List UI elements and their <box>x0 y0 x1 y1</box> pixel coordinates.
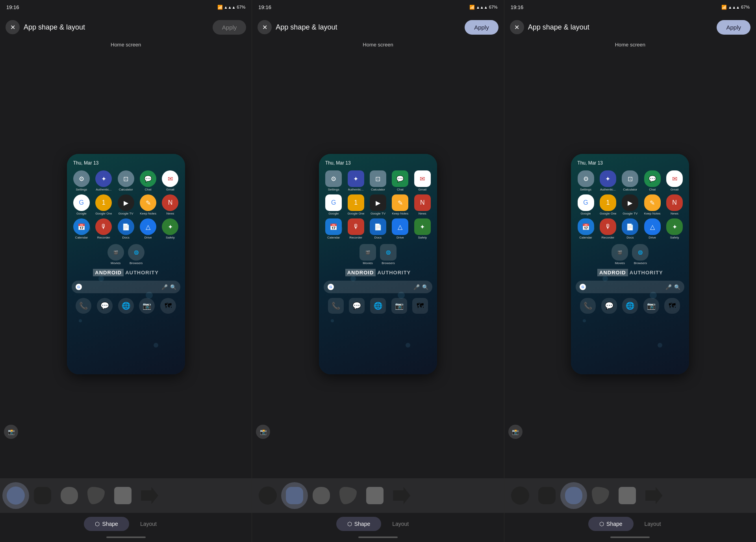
search-lens-icon[interactable]: 🔍 <box>422 284 428 290</box>
app-icon-wrap[interactable]: GGoogle <box>576 194 595 215</box>
app-icon-wrap[interactable]: △Drive <box>390 218 410 239</box>
shape-option-arrow[interactable] <box>390 484 413 507</box>
app-icon-wrap[interactable]: ⊡Calculator <box>620 170 640 191</box>
shape-option-circle[interactable] <box>4 484 28 507</box>
app-icon-wrap[interactable]: 📄Docs <box>368 218 388 239</box>
search-mic-icon[interactable]: 🎤 <box>665 284 672 290</box>
shape-option-circle[interactable] <box>508 484 532 507</box>
app-icon-wrap[interactable]: 1Google One <box>346 194 365 215</box>
movies-folder[interactable]: 🎬 <box>611 244 628 261</box>
app-icon-wrap[interactable]: ✦Safety <box>413 218 432 239</box>
search-bar[interactable]: G 🎤 🔍 <box>576 281 684 293</box>
app-icon-wrap[interactable]: △Drive <box>643 218 662 239</box>
tab-layout[interactable]: Layout <box>381 517 420 531</box>
app-icon-wrap[interactable]: ▶Google TV <box>368 194 388 215</box>
tab-layout[interactable]: Layout <box>129 517 168 531</box>
app-icon-wrap[interactable]: 1Google One <box>598 194 618 215</box>
shape-option-circle[interactable] <box>256 484 280 507</box>
shape-option-pill[interactable] <box>363 484 387 507</box>
app-icon-wrap[interactable]: NNews <box>665 194 684 215</box>
app-icon-wrap[interactable]: 💬Chat <box>390 170 410 191</box>
app-icon-wrap[interactable]: ✦Authentic... <box>94 170 113 191</box>
nav-icon-4[interactable]: 🗺 <box>160 298 176 314</box>
app-icon-wrap[interactable]: ⊡Calculator <box>368 170 388 191</box>
screenshot-button[interactable]: 📸 <box>508 425 523 439</box>
nav-icon-4[interactable]: 🗺 <box>412 298 428 314</box>
shape-option-blob[interactable] <box>84 484 108 507</box>
app-icon-wrap[interactable]: ⚙Settings <box>576 170 595 191</box>
app-icon-wrap[interactable]: ✎Keep Notes <box>390 194 410 215</box>
apply-button[interactable]: Apply <box>717 20 750 35</box>
tab-layout[interactable]: Layout <box>634 517 672 531</box>
nav-icon-3[interactable]: 📷 <box>139 298 155 314</box>
search-mic-icon[interactable]: 🎤 <box>161 284 168 290</box>
browsers-folder[interactable]: 🌐 <box>128 244 145 261</box>
nav-icon-1[interactable]: 💬 <box>601 298 617 314</box>
app-icon-wrap[interactable]: ✦Authentic... <box>598 170 618 191</box>
shape-option-squircle[interactable] <box>57 484 81 507</box>
nav-icon-2[interactable]: 🌐 <box>118 298 134 314</box>
app-icon-wrap[interactable]: GGoogle <box>72 194 91 215</box>
browsers-folder[interactable]: 🌐 <box>632 244 649 261</box>
shape-option-rounded-square[interactable] <box>31 484 54 507</box>
nav-icon-0[interactable]: 📞 <box>328 298 344 314</box>
close-button[interactable]: ✕ <box>258 20 272 34</box>
app-icon-wrap[interactable]: 📅Calendar <box>324 218 343 239</box>
apply-button[interactable]: Apply <box>465 20 498 35</box>
search-mic-icon[interactable]: 🎤 <box>413 284 420 290</box>
shape-option-blob[interactable] <box>589 484 612 507</box>
tab-shape[interactable]: ⬡Shape <box>336 517 381 531</box>
search-lens-icon[interactable]: 🔍 <box>674 284 680 290</box>
nav-icon-0[interactable]: 📞 <box>76 298 91 314</box>
app-icon-wrap[interactable]: 🎙Recorder <box>598 218 618 239</box>
shape-option-rounded-square[interactable] <box>535 484 559 507</box>
app-icon-wrap[interactable]: ✦Safety <box>160 218 180 239</box>
tab-shape[interactable]: ⬡Shape <box>588 517 633 531</box>
app-icon-wrap[interactable]: 🎙Recorder <box>346 218 365 239</box>
app-icon-wrap[interactable]: ⊡Calculator <box>116 170 135 191</box>
app-icon-wrap[interactable]: 1Google One <box>94 194 113 215</box>
app-icon-wrap[interactable]: ✉Gmail <box>160 170 180 191</box>
app-icon-wrap[interactable]: ▶Google TV <box>116 194 135 215</box>
apply-button[interactable]: Apply <box>213 20 246 35</box>
app-icon-wrap[interactable]: 🎙Recorder <box>94 218 113 239</box>
app-icon-wrap[interactable]: ✎Keep Notes <box>643 194 662 215</box>
nav-icon-1[interactable]: 💬 <box>349 298 365 314</box>
shape-option-pill[interactable] <box>615 484 639 507</box>
app-icon-wrap[interactable]: 📅Calendar <box>72 218 91 239</box>
close-button[interactable]: ✕ <box>6 20 20 34</box>
nav-icon-0[interactable]: 📞 <box>580 298 596 314</box>
app-icon-wrap[interactable]: ✉Gmail <box>413 170 432 191</box>
shape-option-rounded-square[interactable] <box>283 484 306 507</box>
nav-icon-4[interactable]: 🗺 <box>664 298 680 314</box>
shape-option-squircle[interactable] <box>562 484 586 507</box>
nav-icon-2[interactable]: 🌐 <box>622 298 638 314</box>
shape-option-arrow[interactable] <box>138 484 161 507</box>
app-icon-wrap[interactable]: ✉Gmail <box>665 170 684 191</box>
search-bar[interactable]: G 🎤 🔍 <box>72 281 180 293</box>
app-icon-wrap[interactable]: ✎Keep Notes <box>138 194 158 215</box>
app-icon-wrap[interactable]: ⚙Settings <box>72 170 91 191</box>
nav-icon-2[interactable]: 🌐 <box>370 298 386 314</box>
nav-icon-3[interactable]: 📷 <box>643 298 659 314</box>
shape-option-squircle[interactable] <box>309 484 333 507</box>
screenshot-button[interactable]: 📸 <box>4 425 18 439</box>
nav-icon-1[interactable]: 💬 <box>97 298 113 314</box>
app-icon-wrap[interactable]: ✦Safety <box>665 218 684 239</box>
movies-folder[interactable]: 🎬 <box>107 244 124 261</box>
shape-option-blob[interactable] <box>336 484 360 507</box>
shape-option-pill[interactable] <box>111 484 135 507</box>
shape-option-arrow[interactable] <box>642 484 666 507</box>
app-icon-wrap[interactable]: GGoogle <box>324 194 343 215</box>
app-icon-wrap[interactable]: 📄Docs <box>116 218 135 239</box>
browsers-folder[interactable]: 🌐 <box>380 244 397 261</box>
app-icon-wrap[interactable]: 📅Calendar <box>576 218 595 239</box>
close-button[interactable]: ✕ <box>510 20 524 34</box>
app-icon-wrap[interactable]: ⚙Settings <box>324 170 343 191</box>
app-icon-wrap[interactable]: 💬Chat <box>643 170 662 191</box>
search-bar[interactable]: G 🎤 🔍 <box>324 281 432 293</box>
nav-icon-3[interactable]: 📷 <box>391 298 407 314</box>
tab-shape[interactable]: ⬡Shape <box>84 517 129 531</box>
movies-folder[interactable]: 🎬 <box>359 244 376 261</box>
app-icon-wrap[interactable]: NNews <box>160 194 180 215</box>
